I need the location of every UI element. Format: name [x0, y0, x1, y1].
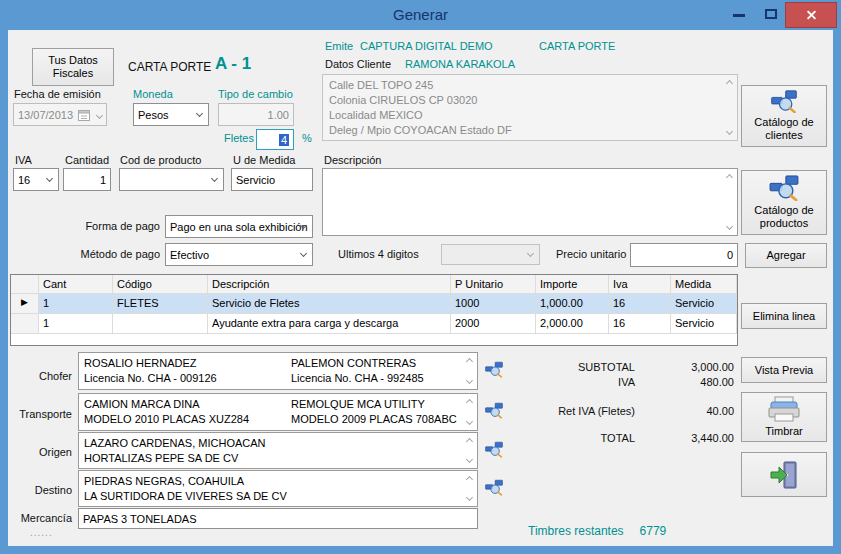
scroll-up-icon[interactable]	[466, 399, 473, 406]
transporte-textarea[interactable]: CAMION MARCA DINA MODELO 2010 PLACAS XUZ…	[78, 393, 478, 431]
cell-importe[interactable]: 1,000.00	[536, 294, 609, 314]
agregar-button[interactable]: Agregar	[745, 243, 827, 268]
timbres-restantes: Timbres restantes 6779	[528, 524, 666, 538]
app-window: Generar Tus Datos Fiscales CARTA PORTE A…	[0, 0, 841, 554]
scroll-down-icon[interactable]	[466, 377, 473, 384]
origen-label: Origen	[8, 446, 72, 458]
folio-number: A - 1	[215, 54, 251, 74]
scroll-up-icon[interactable]	[466, 358, 473, 365]
row-selector-arrow-icon[interactable]: ▶	[11, 294, 39, 314]
cantidad-value: 1	[100, 174, 106, 186]
carta-porte-label: CARTA PORTE	[128, 60, 211, 74]
col-header-importe[interactable]: Importe	[536, 275, 609, 294]
emite-label: Emite	[325, 40, 353, 52]
chevron-down-icon	[46, 174, 53, 181]
title-bar[interactable]: Generar	[0, 0, 841, 30]
emisor-name: CAPTURA DIGITAL DEMO	[360, 40, 493, 52]
cell-descripcion[interactable]: Servicio de Fletes	[208, 294, 451, 314]
cell-iva[interactable]: 16	[609, 314, 671, 334]
chofer-textarea[interactable]: ROSALIO HERNADEZ Licencia No. CHA - 0091…	[78, 352, 478, 390]
origen-textarea[interactable]: LAZARO CARDENAS, MICHOACAN HORTALIZAS PE…	[78, 432, 478, 469]
col-header-medida[interactable]: Medida	[671, 275, 737, 294]
cell-medida[interactable]: Servicio	[671, 294, 737, 314]
tipo-cambio-field[interactable]: 1.00	[218, 103, 294, 126]
cod-producto-label: Cod de producto	[120, 154, 201, 166]
destino-line1: PIEDRAS NEGRAS, COAHUILA	[84, 474, 287, 489]
chofer-right-line2: Licencia No. CHA - 992485	[291, 371, 424, 386]
moneda-select[interactable]: Pesos	[133, 103, 209, 126]
address-line: Localidad MEXICO	[329, 108, 719, 123]
document-type-label: CARTA PORTE	[539, 40, 615, 52]
scroll-down-icon[interactable]	[726, 128, 733, 135]
iva-label: IVA	[15, 154, 32, 166]
catalogo-productos-button[interactable]: Catálogo de productos	[741, 170, 827, 235]
u-medida-field[interactable]: Servicio	[231, 168, 313, 191]
cell-cant[interactable]: 1	[39, 294, 113, 314]
minimize-icon[interactable]	[733, 14, 745, 17]
transporte-label: Transporte	[8, 408, 72, 420]
vista-previa-button[interactable]: Vista Previa	[741, 357, 827, 383]
scroll-down-icon[interactable]	[466, 418, 473, 425]
chevron-down-icon	[300, 249, 307, 256]
cell-medida[interactable]: Servicio	[671, 314, 737, 334]
precio-unitario-field[interactable]: 0	[630, 243, 738, 267]
cell-punitario[interactable]: 2000	[451, 314, 536, 334]
maximize-icon[interactable]	[765, 9, 777, 19]
col-header-descripcion[interactable]: Descripción	[208, 275, 451, 294]
cell-punitario[interactable]: 1000	[451, 294, 536, 314]
metodo-pago-select[interactable]: Efectivo	[165, 243, 313, 266]
cliente-name: RAMONA KARAKOLA	[405, 58, 515, 70]
moneda-value: Pesos	[138, 109, 169, 121]
cell-importe[interactable]: 2,000.00	[536, 314, 609, 334]
scroll-down-icon[interactable]	[726, 223, 733, 230]
timbrar-button[interactable]: Timbrar	[741, 392, 827, 442]
fecha-emision-picker[interactable]: 13/07/2013	[13, 103, 107, 126]
destino-search-icon[interactable]	[485, 479, 503, 496]
table-row[interactable]: 1 Ayudante extra para carga y descarga 2…	[11, 314, 737, 334]
mercancia-value: PAPAS 3 TONELADAS	[83, 513, 197, 525]
tipo-cambio-label: Tipo de cambio	[218, 88, 293, 100]
destino-textarea[interactable]: PIEDRAS NEGRAS, COAHUILA LA SURTIDORA DE…	[78, 470, 478, 507]
scroll-down-icon[interactable]	[466, 456, 473, 463]
scroll-up-icon[interactable]	[726, 174, 733, 181]
catalog-search-icon	[766, 90, 802, 113]
cell-codigo[interactable]: FLETES	[113, 294, 208, 314]
cliente-address-box[interactable]: Calle DEL TOPO 245 Colonia CIRUELOS CP 0…	[322, 74, 738, 141]
fletes-percent-label: %	[302, 132, 312, 144]
tus-datos-fiscales-button[interactable]: Tus Datos Fiscales	[32, 48, 114, 86]
scroll-up-icon[interactable]	[726, 80, 733, 87]
exit-button[interactable]	[741, 452, 827, 497]
cod-producto-select[interactable]	[119, 168, 224, 191]
close-icon[interactable]	[785, 2, 837, 28]
elimina-linea-button[interactable]: Elimina linea	[741, 303, 827, 329]
cell-descripcion[interactable]: Ayudante extra para carga y descarga	[208, 314, 451, 334]
exit-door-icon	[769, 460, 799, 490]
iva-select[interactable]: 16	[13, 168, 59, 191]
fletes-value: 4	[279, 134, 289, 146]
scroll-down-icon[interactable]	[466, 494, 473, 501]
col-header-codigo[interactable]: Código	[113, 275, 208, 294]
ret-iva-value: 40.00	[628, 405, 734, 417]
chofer-label: Chofer	[8, 370, 72, 382]
row-selector[interactable]	[11, 314, 39, 334]
metodo-pago-value: Efectivo	[170, 249, 209, 261]
chevron-down-icon[interactable]	[96, 112, 103, 119]
cell-iva[interactable]: 16	[609, 294, 671, 314]
items-grid[interactable]: Cant Código Descripción P Unitario Impor…	[10, 274, 738, 346]
cell-cant[interactable]: 1	[39, 314, 113, 334]
table-row[interactable]: ▶ 1 FLETES Servicio de Fletes 1000 1,000…	[11, 294, 737, 314]
descripcion-textarea[interactable]	[322, 168, 738, 236]
cantidad-field[interactable]: 1	[63, 168, 111, 191]
precio-unitario-value: 0	[727, 249, 733, 261]
cell-codigo[interactable]	[113, 314, 208, 334]
fletes-field[interactable]: 4	[256, 129, 294, 150]
forma-pago-select[interactable]: Pago en una sola exhibición	[165, 215, 313, 238]
catalogo-clientes-button[interactable]: Catálogo de clientes	[741, 85, 827, 147]
ultimos-digitos-select[interactable]	[441, 244, 540, 265]
col-header-cant[interactable]: Cant	[39, 275, 113, 294]
mercancia-field[interactable]: PAPAS 3 TONELADAS	[78, 508, 478, 529]
col-header-punitario[interactable]: P Unitario	[451, 275, 536, 294]
scroll-up-icon[interactable]	[466, 438, 473, 445]
col-header-iva[interactable]: Iva	[609, 275, 671, 294]
scroll-up-icon[interactable]	[466, 476, 473, 483]
